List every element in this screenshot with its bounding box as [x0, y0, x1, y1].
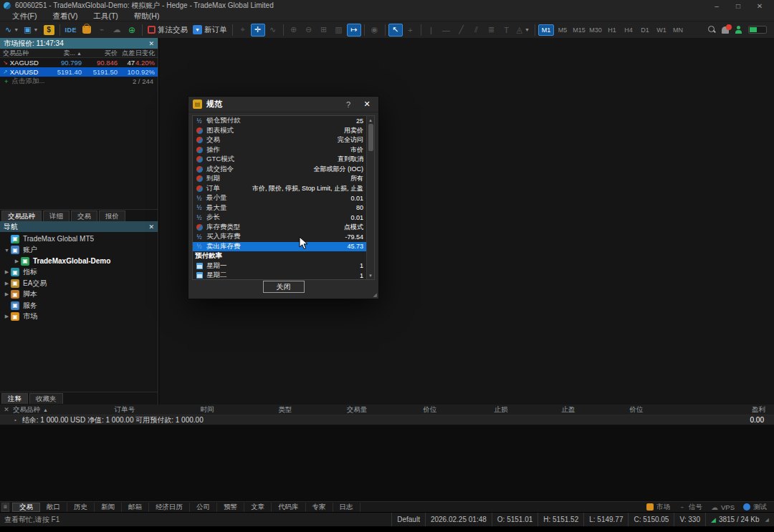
timeframe-H1[interactable]: H1 — [604, 24, 620, 36]
mw-col-0[interactable]: 交易品种 — [3, 49, 47, 58]
ide-button[interactable]: IDE — [63, 24, 80, 37]
menu-item-3[interactable]: 工具(T) — [85, 11, 125, 21]
crosshair-tool-button[interactable]: + — [403, 24, 418, 37]
zoom-in-button[interactable]: ⊕ — [287, 24, 301, 37]
dialog-help-button[interactable]: ? — [341, 100, 355, 109]
menu-item-2[interactable]: 查看(V) — [44, 11, 85, 21]
nav-item-3[interactable]: ▶▣ 指标 — [0, 267, 158, 279]
close-button[interactable]: ✕ — [749, 1, 770, 11]
timeframe-H4[interactable]: H4 — [621, 24, 636, 36]
menu-item-4[interactable]: 帮助(H) — [126, 11, 168, 21]
timeframe-M5[interactable]: M5 — [555, 24, 570, 36]
community-user-icon[interactable] — [735, 26, 742, 34]
toolbox-col-5[interactable]: 价位 — [393, 405, 467, 415]
toolbox-tab-5[interactable]: 经济日历 — [149, 503, 190, 512]
chevron-collapsed-icon[interactable]: ▶ — [13, 258, 21, 264]
toolbox-tab-3[interactable]: 新闻 — [95, 503, 122, 512]
maximize-button[interactable]: □ — [727, 1, 749, 11]
market-watch-row-XAUUSD[interactable]: ↗XAUUSD 5191.40 5191.50 10 0.92% — [0, 67, 158, 77]
toolbox-tab-9[interactable]: 代码库 — [272, 503, 306, 512]
vps-button[interactable]: ☁ — [110, 24, 124, 37]
spec-row-0[interactable]: ½锁仓预付款 25 — [193, 116, 374, 126]
toolbox-col-2[interactable]: 时间 — [165, 405, 249, 415]
chart-shift-button[interactable]: ↦ — [347, 24, 361, 37]
timeframe-M30[interactable]: M30 — [588, 24, 603, 36]
scroll-down-icon[interactable]: ▼ — [368, 271, 373, 279]
account-summary-row[interactable]: • 结余: 1 000.00 USD 净值: 1 000.00 可用预付款: 1… — [0, 415, 774, 425]
crosshair-button[interactable]: ✛ — [251, 24, 265, 37]
timeframe-D1[interactable]: D1 — [637, 24, 653, 36]
scroll-up-icon[interactable]: ▲ — [368, 116, 373, 124]
nav-item-0[interactable]: ▣ TradeMax Global MT5 — [0, 233, 158, 245]
spec-row-7[interactable]: 订单 市价, 限价, 停损, Stop Limit, 止损, 止盈 — [193, 184, 374, 194]
toolbox-col-1[interactable]: 订单号 — [85, 405, 165, 415]
right-tab-market[interactable]: 市场 — [646, 503, 670, 512]
search-icon[interactable] — [708, 26, 716, 34]
spec-row-2[interactable]: 交易 完全访问 — [193, 135, 374, 145]
toolbox-tab-2[interactable]: 历史 — [67, 503, 95, 512]
chevron-collapsed-icon[interactable]: ▶ — [3, 269, 11, 275]
right-tab-test[interactable]: 测试 — [743, 503, 767, 512]
fibonacci-button[interactable]: ≣ — [484, 24, 499, 37]
dialog-close-action-button[interactable]: 关闭 — [263, 281, 305, 293]
toolbox-tab-1[interactable]: 敞口 — [40, 503, 67, 512]
market-watch-close-icon[interactable]: ✕ — [148, 40, 154, 47]
nav-tab-0[interactable]: 注释 — [1, 393, 28, 404]
notification-bell-icon[interactable] — [722, 26, 729, 34]
panel-tab-3[interactable]: 报价 — [99, 211, 125, 221]
auto-scroll-button[interactable]: ▥ — [332, 24, 346, 37]
algo-trading-button[interactable]: 算法交易 — [145, 24, 190, 37]
dialog-titlebar[interactable]: ▤ 规范 ? ✕ — [188, 97, 378, 112]
nav-item-4[interactable]: ▶▣ EA交易 — [0, 278, 158, 289]
toolbox-tab-4[interactable]: 邮箱 — [122, 503, 149, 512]
spec-row-8[interactable]: ½最小量 0.01 — [193, 193, 374, 203]
toolbox-tab-6[interactable]: 公司 — [190, 503, 217, 512]
spec-row-15[interactable]: 星期一 1 — [193, 261, 374, 271]
deposit-button[interactable]: $ — [42, 24, 57, 37]
dialog-scrollbar[interactable]: ▲ ▼ — [366, 116, 374, 279]
toolbox-col-8[interactable]: 价位 — [602, 405, 671, 415]
nav-item-5[interactable]: ▶▣ 脚本 — [0, 289, 158, 301]
channel-button[interactable]: ⫽ — [469, 24, 484, 37]
zoom-out-button[interactable]: ⊖ — [302, 24, 316, 37]
nav-item-2[interactable]: ▶▣ TradeMaxGlobal-Demo — [0, 256, 158, 267]
resize-grip-icon[interactable]: ◢ — [373, 292, 377, 298]
menu-item-1[interactable]: 文件(F) — [4, 11, 44, 21]
mw-col-4[interactable]: 日变化 — [135, 49, 155, 58]
trendline-button[interactable]: ╱ — [454, 24, 469, 37]
spec-row-16[interactable]: 星期二 1 — [193, 271, 374, 280]
toolbox-col-3[interactable]: 类型 — [249, 405, 321, 415]
toolbox-tab-7[interactable]: 预警 — [217, 503, 244, 512]
mw-col-2[interactable]: 买价 — [82, 49, 118, 58]
signals-button[interactable]: ⌁ — [95, 24, 109, 37]
nav-item-7[interactable]: ▶▣ 市场 — [0, 311, 158, 323]
toolbox-col-6[interactable]: 止损 — [467, 405, 535, 415]
right-tab-vps[interactable]: ☁VPS — [711, 503, 735, 511]
screenshot-button[interactable]: ◉ — [368, 24, 382, 37]
vertical-line-button[interactable]: | — [424, 24, 439, 37]
panel-tab-2[interactable]: 交易 — [71, 211, 97, 221]
spec-row-4[interactable]: GTC模式 直到取消 — [193, 155, 374, 165]
navigator-close-icon[interactable]: ✕ — [148, 223, 154, 231]
text-tool-button[interactable]: T — [500, 24, 514, 37]
spec-row-10[interactable]: ½步长 0.01 — [193, 213, 374, 223]
data-window-button[interactable]: ⌖ — [236, 24, 250, 37]
tile-windows-button[interactable]: ⊞ — [317, 24, 331, 37]
spec-row-1[interactable]: 图表模式 用卖价 — [193, 126, 374, 136]
chart-type-button[interactable]: ∿▼ — [3, 24, 21, 37]
toolbox-close-icon[interactable]: ✕ — [0, 406, 13, 413]
nav-item-1[interactable]: ▼▣ 账户 — [0, 245, 158, 256]
toolbox-tab-8[interactable]: 文章 — [244, 503, 272, 512]
spec-row-12[interactable]: ½买入库存费 -79.54 — [193, 232, 374, 242]
panel-tab-0[interactable]: 交易品种 — [1, 211, 42, 221]
panel-tab-1[interactable]: 详细 — [43, 211, 70, 221]
timeframe-M15[interactable]: M15 — [571, 24, 587, 36]
toolbox-col-4[interactable]: 交易量 — [321, 405, 393, 415]
shapes-button[interactable]: ◬▼ — [515, 24, 532, 37]
profile-segment[interactable]: Default — [391, 513, 425, 526]
chevron-expanded-icon[interactable]: ▼ — [3, 248, 11, 253]
nav-item-6[interactable]: ▣ 服务 — [0, 300, 158, 311]
toolbox-col-0[interactable]: 交易品种▲ — [13, 405, 85, 415]
new-chart-button[interactable]: ▣▼ — [22, 24, 40, 37]
market-watch-add-row[interactable]: + 点击添加... 2 / 244 — [0, 77, 158, 86]
